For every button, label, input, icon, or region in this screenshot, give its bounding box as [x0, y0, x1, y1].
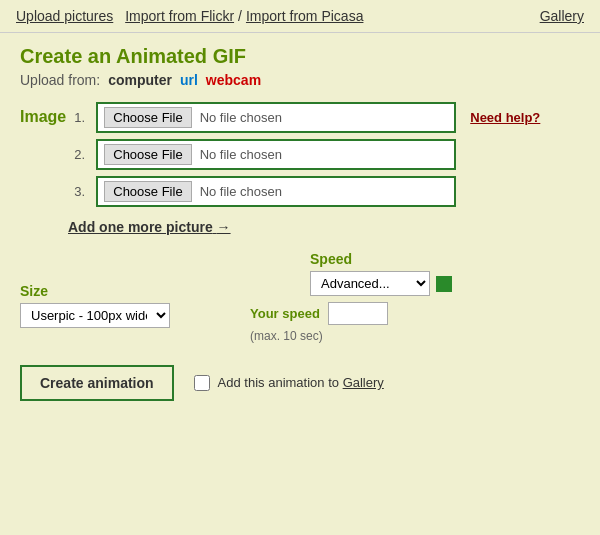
file-row-1: 1. Choose File No file chosen Need help?	[74, 102, 580, 133]
page-title: Create an Animated GIF	[20, 45, 580, 68]
main-content: Create an Animated GIF Upload from: comp…	[0, 33, 600, 413]
choose-file-button-2[interactable]: Choose File	[104, 144, 191, 165]
speed-select[interactable]: Advanced...	[310, 271, 430, 296]
row-num-2: 2.	[74, 147, 90, 162]
upload-webcam-link[interactable]: webcam	[206, 72, 261, 88]
bottom-section: Create animation Add this animation to G…	[20, 365, 580, 401]
add-more-arrow: →	[217, 219, 231, 235]
gallery-add-link[interactable]: Gallery	[343, 375, 384, 390]
add-more-text: Add one more picture	[68, 219, 213, 235]
nav-upload-pictures[interactable]: Upload pictures	[16, 8, 113, 24]
max-note: (max. 10 sec)	[250, 329, 452, 345]
choose-file-button-1[interactable]: Choose File	[104, 107, 191, 128]
file-input-wrapper-3: Choose File No file chosen	[96, 176, 456, 207]
your-speed-section: Your speed (max. 10 sec)	[250, 302, 452, 345]
controls-section: Size Userpic - 100px wide Speed Advanced…	[20, 251, 580, 345]
size-section: Size Userpic - 100px wide	[20, 251, 170, 328]
upload-from-row: Upload from: computer url webcam	[20, 72, 580, 88]
need-help-link[interactable]: Need help?	[470, 110, 540, 125]
image-label: Image	[20, 102, 66, 126]
nav-import-picasa[interactable]: Import from Picasa	[246, 8, 363, 24]
speed-green-square[interactable]	[436, 276, 452, 292]
no-file-text-3: No file chosen	[200, 184, 282, 199]
size-select[interactable]: Userpic - 100px wide	[20, 303, 170, 328]
speed-section: Speed Advanced...	[310, 251, 452, 296]
file-row-2: 2. Choose File No file chosen	[74, 139, 580, 170]
file-input-wrapper-1: Choose File No file chosen	[96, 102, 456, 133]
nav-gallery[interactable]: Gallery	[540, 8, 584, 24]
gallery-add-checkbox[interactable]	[194, 375, 210, 391]
size-label: Size	[20, 283, 170, 299]
nav-separator-1	[117, 8, 121, 24]
your-speed-input[interactable]	[328, 302, 388, 325]
top-navigation: Upload pictures Import from Flickr / Imp…	[0, 0, 600, 33]
your-speed-row: Your speed	[250, 302, 452, 325]
gallery-add-row: Add this animation to Gallery	[194, 375, 384, 391]
no-file-text-2: No file chosen	[200, 147, 282, 162]
speed-row: Advanced...	[310, 271, 452, 296]
row-num-3: 3.	[74, 184, 90, 199]
your-speed-label: Your speed	[250, 306, 320, 321]
choose-file-button-3[interactable]: Choose File	[104, 181, 191, 202]
file-inputs-container: 1. Choose File No file chosen Need help?…	[74, 102, 580, 207]
add-more-link[interactable]: Add one more picture →	[68, 219, 231, 235]
add-more-row: Add one more picture →	[68, 219, 580, 235]
gallery-add-text: Add this animation to Gallery	[218, 375, 384, 390]
upload-url-link[interactable]: url	[180, 72, 198, 88]
nav-import-flickr[interactable]: Import from Flickr	[125, 8, 234, 24]
image-section: Image 1. Choose File No file chosen Need…	[20, 102, 580, 207]
gallery-add-label: Add this animation to	[218, 375, 339, 390]
file-input-wrapper-2: Choose File No file chosen	[96, 139, 456, 170]
file-row-3: 3. Choose File No file chosen	[74, 176, 580, 207]
row-num-1: 1.	[74, 110, 90, 125]
speed-label: Speed	[310, 251, 452, 267]
upload-from-label: Upload from:	[20, 72, 100, 88]
create-animation-button[interactable]: Create animation	[20, 365, 174, 401]
no-file-text-1: No file chosen	[200, 110, 282, 125]
nav-separator-2: /	[238, 8, 242, 24]
upload-computer-link[interactable]: computer	[108, 72, 172, 88]
